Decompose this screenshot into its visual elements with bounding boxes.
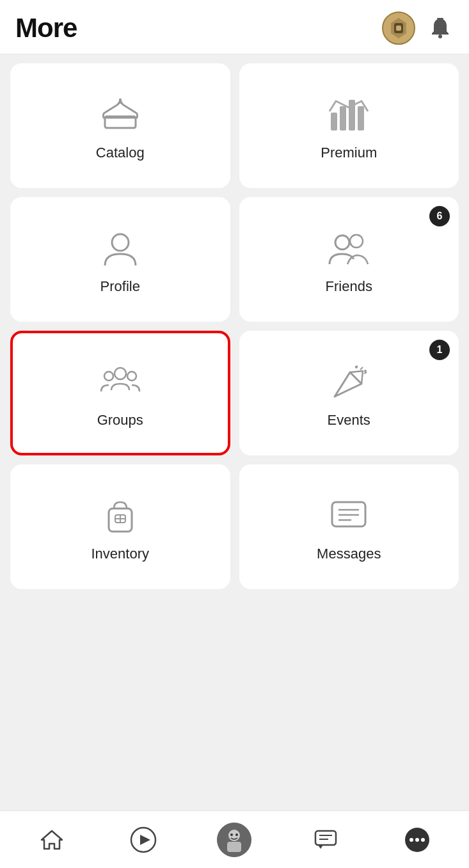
bell-icon[interactable] — [427, 15, 454, 42]
card-label-premium: Premium — [321, 145, 377, 161]
svg-point-45 — [421, 838, 425, 842]
card-label-events: Events — [328, 412, 370, 429]
svg-rect-8 — [331, 113, 337, 130]
card-label-inventory: Inventory — [91, 546, 150, 562]
card-label-profile: Profile — [100, 278, 140, 295]
svg-rect-3 — [396, 26, 401, 31]
avatar — [217, 823, 251, 857]
events-icon — [328, 362, 369, 403]
nav-item-more[interactable] — [371, 811, 463, 868]
card-label-messages: Messages — [317, 546, 381, 562]
card-premium[interactable]: Premium — [239, 63, 459, 188]
card-profile[interactable]: Profile — [10, 197, 230, 322]
card-label-groups: Groups — [97, 412, 143, 429]
card-catalog[interactable]: Catalog — [10, 63, 230, 188]
badge-events: 1 — [429, 340, 450, 360]
svg-point-15 — [115, 368, 126, 379]
svg-point-17 — [127, 372, 136, 381]
card-events[interactable]: 1 Events — [239, 331, 459, 455]
svg-point-37 — [230, 833, 233, 836]
header-icons — [382, 12, 454, 45]
card-grid: Catalog Premium Profile6 Friends Groups1 — [10, 63, 459, 589]
svg-point-4 — [438, 35, 442, 38]
svg-point-13 — [335, 235, 349, 249]
svg-point-44 — [415, 838, 419, 842]
svg-rect-9 — [340, 106, 346, 130]
svg-rect-39 — [315, 831, 336, 845]
page-title: More — [15, 13, 77, 43]
card-groups[interactable]: Groups — [10, 331, 230, 455]
svg-line-20 — [364, 372, 367, 374]
profile-icon — [100, 228, 141, 269]
card-label-friends: Friends — [326, 278, 372, 295]
header: More — [0, 0, 469, 54]
main-content: Catalog Premium Profile6 Friends Groups1 — [0, 54, 469, 810]
card-friends[interactable]: 6 Friends — [239, 197, 459, 322]
svg-point-16 — [104, 372, 113, 381]
nav-item-home[interactable] — [6, 811, 98, 868]
svg-rect-11 — [358, 106, 364, 130]
messages-icon — [328, 496, 369, 537]
svg-point-22 — [355, 366, 358, 368]
svg-point-43 — [409, 838, 413, 842]
card-messages[interactable]: Messages — [239, 464, 459, 589]
inventory-icon — [100, 496, 141, 537]
friends-icon — [328, 228, 369, 269]
bottom-nav — [0, 810, 469, 868]
catalog-icon — [100, 95, 141, 136]
svg-point-38 — [235, 833, 238, 836]
premium-icon — [328, 95, 369, 136]
card-label-catalog: Catalog — [96, 145, 145, 161]
card-inventory[interactable]: Inventory — [10, 464, 230, 589]
groups-icon — [100, 362, 141, 403]
svg-point-12 — [112, 234, 129, 251]
svg-point-14 — [350, 235, 363, 248]
badge-friends: 6 — [429, 206, 450, 226]
nav-item-avatar[interactable] — [189, 811, 280, 868]
svg-point-23 — [364, 370, 367, 372]
svg-line-19 — [360, 367, 363, 370]
nav-item-chat[interactable] — [280, 811, 372, 868]
robux-icon[interactable] — [382, 12, 415, 45]
svg-rect-36 — [227, 842, 241, 852]
svg-marker-33 — [140, 835, 150, 845]
nav-item-play[interactable] — [98, 811, 189, 868]
